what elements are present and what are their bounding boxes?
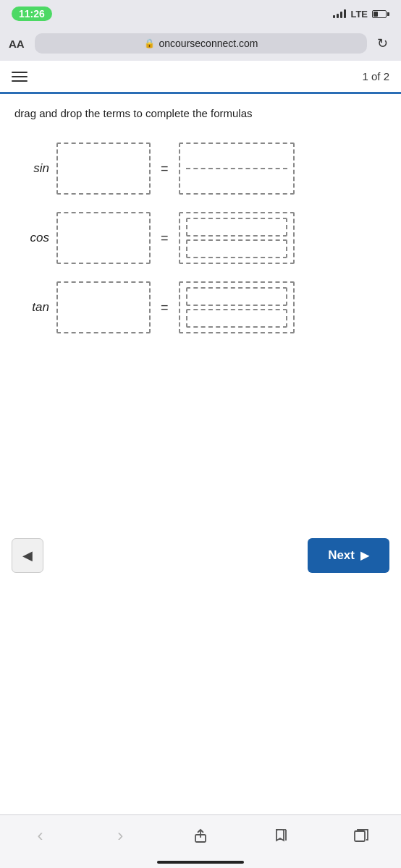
lock-icon: 🔒 (144, 38, 155, 48)
url-bar[interactable]: 🔒 oncourseconnect.com (35, 33, 367, 54)
back-button[interactable]: ◀ (12, 538, 43, 573)
sin-result-box[interactable] (179, 142, 295, 195)
bookmarks-button[interactable] (265, 822, 297, 848)
status-bar: 11:26 LTE (0, 0, 401, 26)
browser-back-button[interactable]: ‹ (24, 822, 56, 848)
main-content: drag and drop the terms to complete the … (0, 94, 401, 528)
instruction-text: drag and drop the terms to complete the … (14, 107, 387, 119)
aa-label[interactable]: AA (9, 38, 29, 50)
cos-result-inner-bottom (186, 239, 287, 258)
formulas-area: sin = cos = tan = (14, 135, 387, 341)
status-time: 11:26 (12, 7, 52, 21)
next-arrow-icon: ▶ (360, 549, 369, 562)
refresh-button[interactable]: ↻ (373, 34, 392, 53)
next-button[interactable]: Next ▶ (308, 538, 389, 573)
back-arrow-icon: ◀ (22, 548, 33, 563)
page-count: 1 of 2 (362, 70, 389, 82)
svg-rect-4 (355, 831, 365, 841)
browser-forward-icon: › (117, 825, 123, 846)
next-label: Next (328, 548, 355, 563)
book-icon (273, 827, 289, 843)
signal-bars-icon (333, 9, 346, 18)
cos-equals: = (158, 231, 172, 246)
tan-result-box[interactable] (179, 281, 295, 333)
hamburger-line-3 (12, 80, 28, 82)
browser-bar: AA 🔒 oncourseconnect.com ↻ (0, 26, 401, 61)
battery-icon (372, 10, 389, 18)
cos-drop-box[interactable] (56, 212, 151, 264)
cos-label: cos (22, 231, 49, 245)
cos-formula-row: cos = (22, 212, 387, 264)
browser-back-icon: ‹ (37, 825, 43, 846)
status-icons: LTE (333, 9, 389, 20)
sin-equals: = (158, 161, 172, 176)
tan-label: tan (22, 300, 49, 315)
home-indicator-area (0, 861, 401, 868)
content-spacer (0, 583, 401, 814)
sin-label: sin (22, 161, 49, 176)
nav-buttons-area: ◀ Next ▶ (0, 528, 401, 583)
tan-result-inner-bottom (186, 309, 287, 328)
url-text: oncourseconnect.com (159, 38, 258, 49)
home-indicator (157, 861, 244, 864)
hamburger-line-2 (12, 76, 28, 77)
tan-formula-row: tan = (22, 281, 387, 333)
tabs-button[interactable] (345, 822, 377, 848)
share-icon (193, 827, 208, 843)
nav-bar: 1 of 2 (0, 61, 401, 94)
tabs-icon (353, 827, 369, 843)
tan-drop-box[interactable] (56, 281, 151, 333)
sin-formula-row: sin = (22, 142, 387, 195)
tan-result-inner-top (186, 287, 287, 306)
hamburger-line-1 (12, 72, 28, 73)
share-button[interactable] (185, 822, 216, 848)
bottom-toolbar: ‹ › (0, 814, 401, 861)
sin-drop-box[interactable] (56, 142, 151, 195)
cos-result-inner-top (186, 218, 287, 237)
lte-label: LTE (350, 9, 368, 20)
browser-forward-button[interactable]: › (104, 822, 136, 848)
cos-result-box[interactable] (179, 212, 295, 264)
hamburger-menu[interactable] (12, 72, 28, 82)
tan-equals: = (158, 300, 172, 315)
